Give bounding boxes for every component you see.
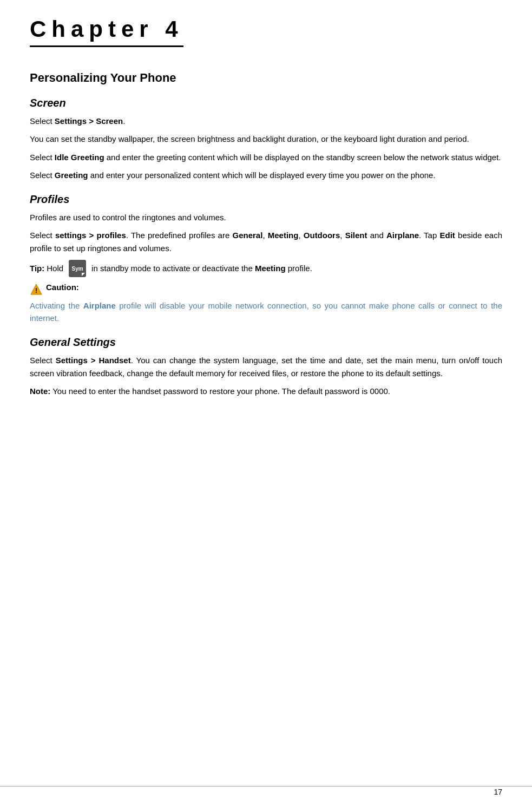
caution-title: Caution: <box>46 283 79 292</box>
page-title: Personalizing Your Phone <box>30 71 502 85</box>
general-settings-paragraph-1: Select Settings > Handset. You can chang… <box>30 354 502 379</box>
screen-paragraph-3: Select Idle Greeting and enter the greet… <box>30 151 502 163</box>
page-number: 17 <box>494 788 502 796</box>
tip-text-before: Hold <box>47 264 63 273</box>
sym-key-arrow <box>82 273 85 276</box>
screen-paragraph-4: Select Greeting and enter your personali… <box>30 169 502 181</box>
caution-text: Activating the Airplane profile will dis… <box>30 299 502 325</box>
svg-text:!: ! <box>35 287 37 294</box>
profiles-paragraph-1: Profiles are used to control the rington… <box>30 211 502 224</box>
screen-paragraph-2: You can set the standby wallpaper, the s… <box>30 133 502 145</box>
profiles-paragraph-2: Select settings > profiles. The predefin… <box>30 229 502 254</box>
caution-icon: ! <box>30 283 43 296</box>
caution-block: ! Caution: <box>30 283 502 296</box>
chapter-heading: Chapter 4 <box>30 16 502 60</box>
page-container: Chapter 4 Personalizing Your Phone Scree… <box>0 0 532 435</box>
section-profiles: Profiles Profiles are used to control th… <box>30 193 502 324</box>
section-screen: Screen Select Settings > Screen. You can… <box>30 97 502 181</box>
chapter-title: Chapter 4 <box>30 16 183 47</box>
section-general-settings: General Settings Select Settings > Hands… <box>30 336 502 397</box>
tip-text-after: in standby mode to activate or deactivat… <box>91 264 312 273</box>
general-settings-paragraph-2: Note: You need to enter the handset pass… <box>30 385 502 397</box>
section-heading-general-settings: General Settings <box>30 336 502 349</box>
sym-key-icon <box>69 260 86 277</box>
screen-paragraph-1: Select Settings > Screen. <box>30 115 502 127</box>
section-heading-screen: Screen <box>30 97 502 109</box>
tip-label: Tip: <box>30 264 44 273</box>
page-divider <box>0 786 532 787</box>
section-heading-profiles: Profiles <box>30 193 502 206</box>
tip-line: Tip: Hold in standby mode to activate or… <box>30 260 502 277</box>
